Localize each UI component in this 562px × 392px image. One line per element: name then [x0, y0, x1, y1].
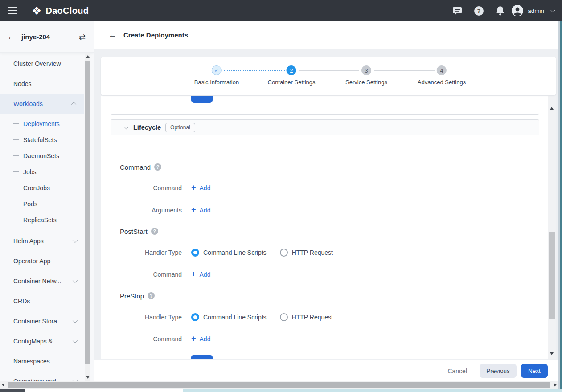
add-label: Add: [200, 184, 211, 192]
radio-http-request[interactable]: HTTP Request: [280, 313, 333, 321]
sidebar-item-pods[interactable]: Pods: [0, 196, 84, 212]
dash-icon: [13, 220, 19, 220]
add-command-button[interactable]: + Add: [191, 184, 210, 192]
step-basic-information[interactable]: ✓ Basic Information: [194, 65, 239, 86]
sidebar-item-jobs[interactable]: Jobs: [0, 164, 84, 180]
prestop-handler-type-row: Handler Type Command Line Scripts HTTP R…: [111, 312, 346, 322]
previous-section-ok-button[interactable]: [191, 96, 213, 103]
cancel-button[interactable]: Cancel: [447, 368, 467, 375]
radio-command-line-scripts[interactable]: Command Line Scripts: [191, 249, 267, 257]
step-number: 3: [361, 65, 371, 75]
sidebar-item-label: Container Stora...: [13, 318, 62, 325]
step-container-settings[interactable]: 2 Container Settings: [268, 65, 316, 86]
field-label: Command: [111, 335, 182, 343]
field-label: Command: [111, 271, 182, 278]
section-title: Lifecycle: [133, 124, 161, 131]
sidebar-item-statefulsets[interactable]: StatefulSets: [0, 132, 84, 148]
group-heading-poststart: PostStart ?: [120, 227, 158, 236]
step-label: Basic Information: [194, 79, 239, 86]
sidebar-item-label: Operator App: [13, 257, 50, 265]
sidebar-item-deployments[interactable]: Deployments: [0, 116, 84, 132]
add-label: Add: [200, 335, 211, 343]
radio-command-line-scripts[interactable]: Command Line Scripts: [191, 313, 267, 321]
sidebar-item-label: CRDs: [13, 298, 30, 305]
add-prestop-command-button[interactable]: + Add: [191, 335, 210, 343]
sidebar-nav: Cluster Overview Nodes Workloads Deploym…: [0, 53, 84, 381]
workloads-submenu: Deployments StatefulSets DaemonSets Jobs…: [0, 114, 84, 229]
previous-button[interactable]: Previous: [480, 364, 517, 378]
sidebar-item-helm-apps[interactable]: Helm Apps: [0, 231, 84, 251]
step-service-settings[interactable]: 3 Service Settings: [345, 65, 387, 86]
sidebar-item-container-storage[interactable]: Container Stora...: [0, 311, 84, 331]
sidebar-item-nodes[interactable]: Nodes: [0, 74, 84, 94]
sidebar-item-namespaces[interactable]: Namespaces: [0, 351, 84, 371]
sidebar-item-workloads[interactable]: Workloads: [0, 94, 84, 114]
radio-unselected-icon[interactable]: [280, 249, 288, 257]
chevron-down-icon[interactable]: [124, 124, 129, 129]
content-scrollbar[interactable]: [548, 96, 556, 359]
scrollbar-thumb[interactable]: [8, 382, 550, 388]
sidebar-item-operator-app[interactable]: Operator App: [0, 251, 84, 271]
plus-icon: +: [191, 270, 196, 278]
back-arrow-icon[interactable]: ←: [108, 31, 117, 39]
scroll-up-arrow-icon[interactable]: [550, 107, 554, 110]
radio-selected-icon[interactable]: [191, 313, 199, 321]
radio-label: Command Line Scripts: [203, 314, 267, 321]
help-icon[interactable]: ?: [151, 228, 158, 235]
chevron-down-icon: [73, 378, 78, 381]
help-icon[interactable]: ?: [148, 292, 155, 299]
sidebar-item-cluster-overview[interactable]: Cluster Overview: [0, 53, 84, 74]
hamburger-menu-icon[interactable]: [8, 7, 17, 14]
message-icon[interactable]: [452, 6, 462, 16]
next-button[interactable]: Next: [521, 364, 548, 378]
horizontal-scrollbar[interactable]: [0, 381, 558, 389]
step-advanced-settings[interactable]: 4 Advanced Settings: [418, 65, 466, 86]
notifications-bell-icon[interactable]: [496, 6, 505, 16]
sidebar-item-label: Nodes: [13, 80, 31, 87]
group-title: PreStop: [120, 292, 144, 300]
back-arrow-icon[interactable]: ←: [7, 33, 16, 41]
field-label: Handler Type: [111, 314, 182, 321]
sidebar-scrollbar[interactable]: [85, 53, 90, 381]
dash-icon: [13, 204, 19, 204]
scrollbar-thumb[interactable]: [549, 232, 555, 318]
lifecycle-section-header[interactable]: Lifecycle Optional: [111, 120, 539, 135]
help-icon[interactable]: ?: [154, 163, 161, 171]
group-heading-command: Command ?: [120, 163, 161, 172]
scrollbar-thumb[interactable]: [85, 61, 90, 364]
daocloud-logo-icon: ❖: [32, 5, 41, 16]
sidebar-item-daemonsets[interactable]: DaemonSets: [0, 148, 84, 164]
scroll-up-arrow-icon[interactable]: [86, 55, 90, 58]
brand: ❖ DaoCloud: [32, 5, 89, 16]
prestop-command-row: Command + Add: [111, 334, 210, 344]
radio-selected-icon[interactable]: [191, 249, 199, 257]
ok-button[interactable]: OK: [191, 355, 213, 359]
sidebar-item-operations[interactable]: Operations and: [0, 371, 84, 381]
sidebar-item-replicasets[interactable]: ReplicaSets: [0, 212, 84, 228]
sidebar-item-container-network[interactable]: Container Netw...: [0, 271, 84, 291]
scroll-left-arrow-icon[interactable]: [2, 383, 4, 387]
chevron-down-icon: [73, 237, 78, 242]
scroll-down-arrow-icon[interactable]: [550, 352, 554, 355]
field-label: Handler Type: [111, 249, 182, 256]
plus-icon: +: [191, 206, 196, 214]
radio-http-request[interactable]: HTTP Request: [280, 249, 333, 257]
add-argument-button[interactable]: + Add: [191, 207, 210, 214]
user-menu[interactable]: admin: [511, 4, 554, 17]
radio-label: HTTP Request: [292, 249, 333, 256]
switch-cluster-icon[interactable]: ⇄: [79, 32, 86, 42]
help-icon[interactable]: ?: [474, 6, 484, 16]
scroll-right-arrow-icon[interactable]: [554, 383, 557, 387]
dash-icon: [13, 123, 19, 124]
chevron-up-icon: [71, 102, 76, 106]
radio-unselected-icon[interactable]: [280, 313, 288, 321]
sidebar-item-crds[interactable]: CRDs: [0, 291, 84, 311]
sidebar-item-cronjobs[interactable]: CronJobs: [0, 180, 84, 196]
chevron-down-icon: [73, 318, 78, 323]
step-number: 4: [437, 65, 447, 75]
sidebar-item-configmaps[interactable]: ConfigMaps & ...: [0, 331, 84, 351]
page-header: ← Create Deployments: [94, 21, 558, 49]
plus-icon: +: [191, 335, 196, 343]
add-poststart-command-button[interactable]: + Add: [191, 271, 210, 278]
scroll-down-arrow-icon[interactable]: [86, 376, 90, 379]
